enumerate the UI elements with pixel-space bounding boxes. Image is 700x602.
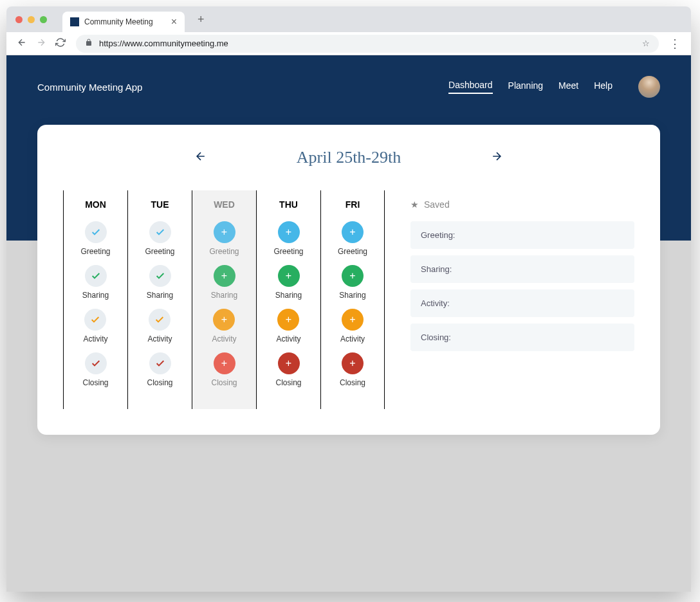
add-icon[interactable]: + [214,352,235,374]
saved-header: ★ Saved [410,199,634,210]
minimize-window-icon[interactable] [28,16,35,23]
slot-label: Activity [147,334,172,343]
day-label: MON [85,199,106,210]
nav-item-meet[interactable]: Meet [558,80,578,93]
slot-greeting: Greeting [80,221,110,256]
day-column-wed: WED+Greeting+Sharing+Activity+Closing [192,190,256,409]
slot-closing: +Closing [340,352,365,387]
forward-icon[interactable] [36,37,46,50]
slot-label: Greeting [273,247,303,256]
add-icon[interactable]: + [277,309,299,331]
week-card: April 25th-29th MONGreetingSharingActivi… [37,125,660,435]
slot-closing: Closing [147,352,172,387]
day-label: WED [214,199,235,210]
saved-item[interactable]: Sharing: [410,255,634,283]
slot-activity: Activity [147,309,172,343]
week-navigator: April 25th-29th [194,148,503,167]
slot-label: Greeting [338,247,367,256]
slot-label: Sharing [339,291,365,300]
nav-item-help[interactable]: Help [594,80,612,93]
reload-icon[interactable] [55,37,66,50]
add-icon[interactable]: + [214,221,235,243]
add-icon[interactable]: + [342,221,364,243]
slot-label: Sharing [211,291,237,300]
add-icon[interactable]: + [278,265,300,287]
close-window-icon[interactable] [15,16,23,23]
app-title: Community Meeting App [37,82,142,93]
back-icon[interactable] [17,37,27,50]
check-icon[interactable] [84,309,106,331]
slot-greeting: +Greeting [273,221,303,256]
browser-menu-icon[interactable]: ⋮ [669,37,681,51]
check-icon[interactable] [149,221,171,243]
saved-item[interactable]: Closing: [410,324,634,351]
saved-item[interactable]: Greeting: [410,221,634,249]
slot-label: Greeting [145,247,174,256]
window-controls [15,16,47,23]
check-icon[interactable] [85,265,107,287]
new-tab-icon[interactable]: + [198,13,205,26]
slot-sharing: Sharing [147,265,173,300]
app-content: Community Meeting App DashboardPlanningM… [6,55,691,592]
nav-item-dashboard[interactable]: Dashboard [448,80,493,94]
slot-activity: +Activity [276,309,300,343]
day-label: TUE [151,199,169,210]
check-icon[interactable] [85,352,107,374]
slot-label: Sharing [275,291,302,300]
main-nav: DashboardPlanningMeetHelp [448,76,660,98]
slot-sharing: +Sharing [339,265,365,300]
check-icon[interactable] [149,352,171,374]
nav-item-planning[interactable]: Planning [508,80,544,93]
slot-label: Sharing [147,291,173,300]
prev-week-icon[interactable] [194,150,207,165]
add-icon[interactable]: + [342,265,364,287]
bookmark-star-icon[interactable]: ☆ [642,39,650,48]
add-icon[interactable]: + [213,309,235,331]
check-icon[interactable] [149,309,170,331]
add-icon[interactable]: + [214,265,235,287]
slot-label: Closing [275,378,301,387]
slot-activity: Activity [83,309,107,343]
lock-icon [85,39,93,48]
favicon-icon [70,17,79,26]
maximize-window-icon[interactable] [40,16,47,23]
slot-sharing: +Sharing [211,265,237,300]
add-icon[interactable]: + [278,221,300,243]
close-tab-icon[interactable]: × [171,16,177,28]
url-text: https://www.communitymeeting.me [99,39,636,48]
saved-panel: ★ Saved Greeting:Sharing:Activity:Closin… [410,190,634,409]
slot-label: Closing [340,378,365,387]
add-icon[interactable]: + [342,309,364,331]
slot-label: Closing [147,378,172,387]
slot-greeting: +Greeting [338,221,367,256]
day-column-mon: MONGreetingSharingActivityClosing [63,190,127,409]
slot-label: Activity [340,334,365,343]
slot-closing: +Closing [211,352,237,387]
star-icon: ★ [410,199,419,210]
slot-label: Sharing [82,291,109,300]
slot-label: Greeting [209,247,239,256]
browser-tab[interactable]: Community Meeting × [62,12,185,32]
tab-title: Community Meeting [84,17,153,26]
next-week-icon[interactable] [490,150,503,165]
week-grid: MONGreetingSharingActivityClosingTUEGree… [63,190,385,409]
add-icon[interactable]: + [342,352,364,374]
slot-label: Greeting [80,247,110,256]
slot-label: Closing [211,378,237,387]
address-bar[interactable]: https://www.communitymeeting.me ☆ [76,35,659,53]
avatar[interactable] [638,76,660,98]
add-icon[interactable]: + [278,352,300,374]
slot-closing: +Closing [275,352,301,387]
slot-greeting: Greeting [145,221,174,256]
slot-sharing: Sharing [82,265,109,300]
slot-closing: Closing [82,352,108,387]
slot-label: Activity [276,334,300,343]
check-icon[interactable] [85,221,107,243]
browser-window: Community Meeting × + https://www.commun… [6,6,691,592]
slot-sharing: +Sharing [275,265,302,300]
saved-item[interactable]: Activity: [410,289,634,317]
check-icon[interactable] [149,265,171,287]
slot-activity: +Activity [212,309,236,343]
app-header: Community Meeting App DashboardPlanningM… [37,76,660,98]
week-range: April 25th-29th [297,148,401,167]
